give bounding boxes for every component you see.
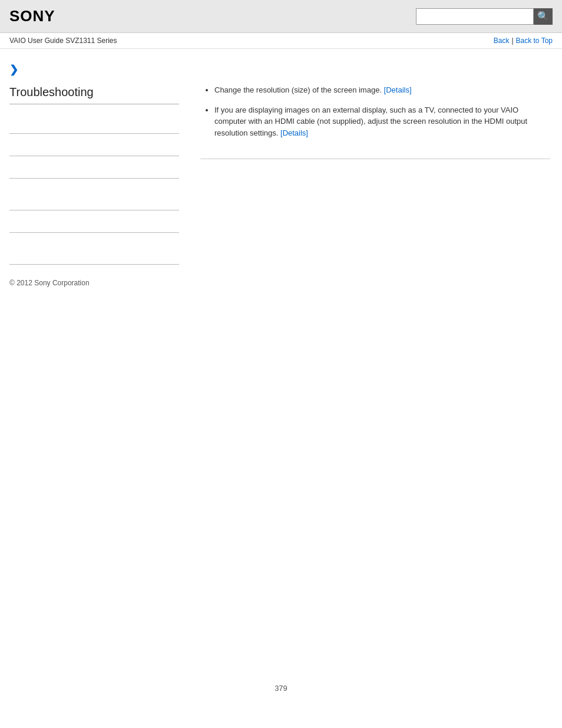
bullet-text-1: Change the resolution (size) of the scre… — [214, 85, 384, 94]
list-item — [9, 134, 179, 156]
list-item — [9, 156, 179, 179]
list-item — [9, 210, 179, 233]
main-content: ❯ Troubleshooting © 2012 Sony Corporatio… — [0, 49, 562, 297]
search-button[interactable]: 🔍 — [534, 8, 553, 25]
content-area: Change the resolution (size) of the scre… — [189, 49, 562, 297]
breadcrumb: VAIO User Guide SVZ1311 Series — [9, 37, 117, 45]
page-number: 379 — [275, 684, 287, 693]
list-item: If you are displaying images on an exter… — [214, 104, 550, 139]
page-footer: 379 — [0, 672, 562, 704]
back-to-top-link[interactable]: Back to Top — [516, 37, 553, 45]
sony-logo: SONY — [9, 7, 55, 25]
sidebar-title: Troubleshooting — [9, 85, 179, 104]
sidebar: ❯ Troubleshooting © 2012 Sony Corporatio… — [0, 49, 189, 297]
list-item — [9, 242, 179, 265]
bullet-text-2: If you are displaying images on an exter… — [214, 106, 527, 137]
search-container: 🔍 — [416, 8, 553, 25]
sidebar-links — [9, 111, 179, 265]
back-link[interactable]: Back — [494, 37, 510, 45]
content-section: Change the resolution (size) of the scre… — [200, 84, 550, 159]
bullet-list: Change the resolution (size) of the scre… — [200, 84, 550, 139]
details-link-2[interactable]: [Details] — [280, 129, 308, 137]
list-item — [9, 111, 179, 134]
chevron-right-icon: ❯ — [9, 63, 179, 76]
search-input[interactable] — [416, 8, 534, 25]
nav-bar: VAIO User Guide SVZ1311 Series Back | Ba… — [0, 33, 562, 49]
list-item — [9, 188, 179, 210]
search-icon: 🔍 — [537, 11, 549, 22]
page-header: SONY 🔍 — [0, 0, 562, 33]
list-item: Change the resolution (size) of the scre… — [214, 84, 550, 96]
nav-separator: | — [511, 37, 513, 45]
copyright-text: © 2012 Sony Corporation — [9, 279, 179, 287]
nav-links: Back | Back to Top — [494, 37, 553, 45]
details-link-1[interactable]: [Details] — [384, 85, 412, 94]
